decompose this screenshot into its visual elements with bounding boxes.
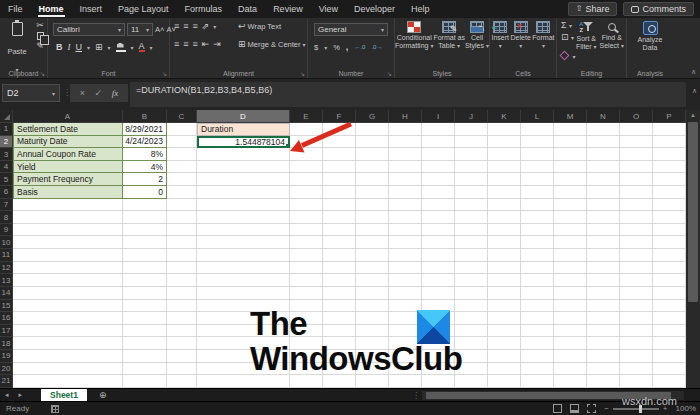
column-header-O[interactable]: O	[620, 110, 653, 123]
percent-icon[interactable]: %	[333, 43, 340, 52]
cell-M4[interactable]	[554, 161, 587, 174]
cell-P15[interactable]	[653, 300, 686, 313]
cell-K18[interactable]	[488, 337, 521, 350]
cell-F6[interactable]	[323, 186, 356, 199]
cell-H13[interactable]	[389, 274, 422, 287]
row-header-14[interactable]: 14	[0, 287, 13, 300]
cell-N2[interactable]	[587, 136, 620, 149]
cell-J14[interactable]	[455, 287, 488, 300]
cell-B5[interactable]: 2	[123, 173, 167, 186]
cell-H5[interactable]	[389, 173, 422, 186]
cell-H9[interactable]	[389, 224, 422, 237]
cell-L17[interactable]	[521, 325, 554, 338]
cell-P2[interactable]	[653, 136, 686, 149]
borders-icon[interactable]: ⊞	[95, 43, 103, 52]
cell-F2[interactable]	[323, 136, 356, 149]
tab-developer[interactable]: Developer	[346, 0, 403, 18]
cell-E9[interactable]	[290, 224, 323, 237]
cell-O19[interactable]	[620, 350, 653, 363]
cell-B16[interactable]	[123, 312, 167, 325]
cell-A1[interactable]: Settlement Date	[13, 123, 123, 136]
cell-O16[interactable]	[620, 312, 653, 325]
cell-L12[interactable]	[521, 262, 554, 275]
cell-A5[interactable]: Payment Frequency	[13, 173, 123, 186]
cell-M3[interactable]	[554, 148, 587, 161]
cell-K9[interactable]	[488, 224, 521, 237]
cell-C9[interactable]	[167, 224, 197, 237]
font-name-select[interactable]: Calibri ▾	[53, 23, 125, 36]
cell-P8[interactable]	[653, 211, 686, 224]
cell-F9[interactable]	[323, 224, 356, 237]
cell-I21[interactable]	[422, 375, 455, 388]
cell-L1[interactable]	[521, 123, 554, 136]
cell-J4[interactable]	[455, 161, 488, 174]
cell-M20[interactable]	[554, 363, 587, 376]
row-header-11[interactable]: 11	[0, 249, 13, 262]
cell-C15[interactable]	[167, 300, 197, 313]
cell-F7[interactable]	[323, 199, 356, 212]
tab-help[interactable]: Help	[403, 0, 438, 18]
column-header-I[interactable]: I	[422, 110, 455, 123]
cell-B11[interactable]	[123, 249, 167, 262]
cell-P19[interactable]	[653, 350, 686, 363]
cell-G12[interactable]	[356, 262, 389, 275]
cell-D10[interactable]	[197, 236, 290, 249]
cell-K21[interactable]	[488, 375, 521, 388]
cell-D14[interactable]	[197, 287, 290, 300]
cell-N12[interactable]	[587, 262, 620, 275]
cell-I12[interactable]	[422, 262, 455, 275]
cell-E4[interactable]	[290, 161, 323, 174]
cell-P9[interactable]	[653, 224, 686, 237]
cell-C13[interactable]	[167, 274, 197, 287]
column-header-A[interactable]: A	[13, 110, 123, 123]
cancel-icon[interactable]: ×	[80, 88, 85, 98]
vertical-scrollbar[interactable]: ▲	[686, 110, 700, 388]
cell-I7[interactable]	[422, 199, 455, 212]
cell-N6[interactable]	[587, 186, 620, 199]
cell-C17[interactable]	[167, 325, 197, 338]
formula-input[interactable]: =DURATION(B1,B2,B3,B4,B5,B6)	[130, 82, 686, 107]
name-box-dropdown-icon[interactable]: ▾	[52, 90, 55, 97]
cell-A9[interactable]	[13, 224, 123, 237]
cell-H14[interactable]	[389, 287, 422, 300]
zoom-level[interactable]: 100%	[676, 404, 696, 413]
cell-B7[interactable]	[123, 199, 167, 212]
cell-K3[interactable]	[488, 148, 521, 161]
cell-C1[interactable]	[167, 123, 197, 136]
cell-K10[interactable]	[488, 236, 521, 249]
cell-D13[interactable]	[197, 274, 290, 287]
cell-P10[interactable]	[653, 236, 686, 249]
cell-H10[interactable]	[389, 236, 422, 249]
align-top-icon[interactable]: ≡	[174, 22, 179, 31]
cell-P14[interactable]	[653, 287, 686, 300]
cell-O20[interactable]	[620, 363, 653, 376]
cell-K16[interactable]	[488, 312, 521, 325]
row-header-20[interactable]: 20	[0, 363, 13, 376]
cell-D7[interactable]	[197, 199, 290, 212]
italic-button[interactable]: I	[68, 42, 71, 52]
cell-B14[interactable]	[123, 287, 167, 300]
cell-B15[interactable]	[123, 300, 167, 313]
cell-H21[interactable]	[389, 375, 422, 388]
cell-P7[interactable]	[653, 199, 686, 212]
increase-indent-icon[interactable]: ⇥	[213, 40, 221, 49]
cell-N13[interactable]	[587, 274, 620, 287]
row-header-3[interactable]: 3	[0, 148, 13, 161]
align-bottom-icon[interactable]: ≡	[193, 22, 198, 31]
row-header-19[interactable]: 19	[0, 350, 13, 363]
cell-M12[interactable]	[554, 262, 587, 275]
cell-H1[interactable]	[389, 123, 422, 136]
cell-F14[interactable]	[323, 287, 356, 300]
cell-J3[interactable]	[455, 148, 488, 161]
cell-L20[interactable]	[521, 363, 554, 376]
cell-N7[interactable]	[587, 199, 620, 212]
cell-H11[interactable]	[389, 249, 422, 262]
cell-K11[interactable]	[488, 249, 521, 262]
cell-B21[interactable]	[123, 375, 167, 388]
cell-F21[interactable]	[323, 375, 356, 388]
cell-E21[interactable]	[290, 375, 323, 388]
cell-P13[interactable]	[653, 274, 686, 287]
cell-O11[interactable]	[620, 249, 653, 262]
copy-icon[interactable]	[37, 32, 44, 40]
cell-O1[interactable]	[620, 123, 653, 136]
